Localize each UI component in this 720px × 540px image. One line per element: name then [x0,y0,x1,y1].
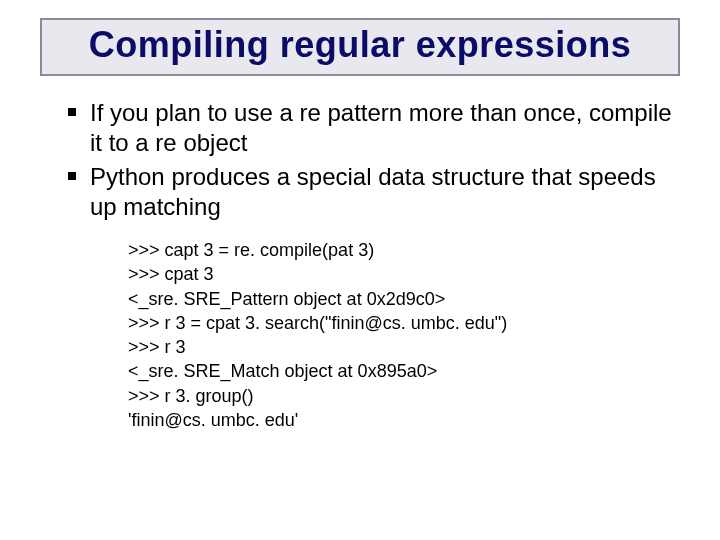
code-block: >>> capt 3 = re. compile(pat 3) >>> cpat… [68,238,672,432]
code-line: <_sre. SRE_Pattern object at 0x2d9c0> [128,287,672,311]
code-line: >>> r 3 [128,335,672,359]
slide-title: Compiling regular expressions [89,24,632,65]
code-line: 'finin@cs. umbc. edu' [128,408,672,432]
code-line: >>> r 3. group() [128,384,672,408]
code-line: >>> r 3 = cpat 3. search("finin@cs. umbc… [128,311,672,335]
code-line: <_sre. SRE_Match object at 0x895a0> [128,359,672,383]
code-line: >>> cpat 3 [128,262,672,286]
bullet-item: Python produces a special data structure… [68,162,672,222]
bullet-item: If you plan to use a re pattern more tha… [68,98,672,158]
title-box: Compiling regular expressions [40,18,680,76]
code-line: >>> capt 3 = re. compile(pat 3) [128,238,672,262]
slide-body: If you plan to use a re pattern more tha… [28,98,692,432]
bullet-list: If you plan to use a re pattern more tha… [68,98,672,222]
slide: Compiling regular expressions If you pla… [0,0,720,540]
